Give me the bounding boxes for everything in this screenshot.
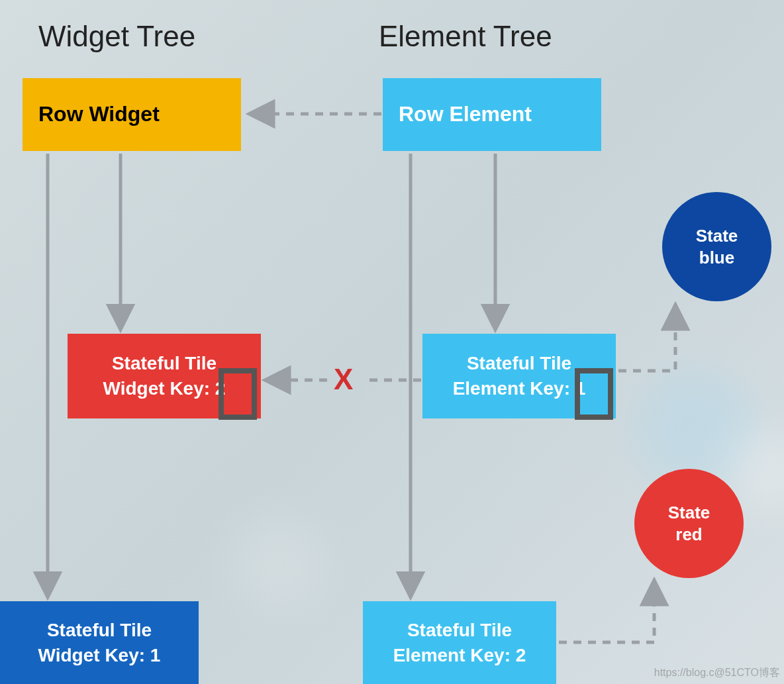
- element-tile-key1-line1: Stateful Tile: [467, 351, 571, 376]
- element-tree-heading: Element Tree: [379, 20, 552, 53]
- row-element-box: Row Element: [383, 78, 601, 151]
- widget-tile-key1-line2: Widget Key: 1: [38, 643, 161, 668]
- element-tile-key1-line2: Element Key: 1: [453, 376, 586, 401]
- state-red-line2: red: [675, 524, 702, 546]
- widget-tile-key1-line1: Stateful Tile: [47, 618, 152, 643]
- state-blue-line1: State: [696, 225, 738, 247]
- arrow-elementmid-to-stateblue: [618, 306, 675, 371]
- element-tile-key2-line1: Stateful Tile: [407, 618, 512, 643]
- state-blue-circle: State blue: [662, 192, 771, 301]
- arrow-elementbot-to-statered: [559, 581, 654, 642]
- element-tile-key2-box: Stateful Tile Element Key: 2: [363, 601, 556, 684]
- state-blue-line2: blue: [699, 247, 734, 269]
- watermark-text: https://blog.c@51CTO博客: [654, 666, 780, 680]
- widget-tile-key1-box: Stateful Tile Widget Key: 1: [0, 601, 199, 684]
- widget-tile-key2-line1: Stateful Tile: [112, 351, 217, 376]
- element-tile-key2-line2: Element Key: 2: [393, 643, 526, 668]
- state-red-circle: State red: [634, 469, 744, 578]
- row-widget-label: Row Widget: [38, 100, 160, 128]
- mismatch-x-icon: X: [334, 363, 353, 396]
- widget-tile-key2-line2: Widget Key: 2: [103, 376, 226, 401]
- state-red-line1: State: [668, 502, 710, 524]
- widget-tree-heading: Widget Tree: [38, 20, 195, 53]
- row-element-label: Row Element: [399, 100, 532, 128]
- widget-key2-highlight: [219, 368, 257, 420]
- element-key1-highlight: [575, 368, 613, 420]
- row-widget-box: Row Widget: [23, 78, 241, 151]
